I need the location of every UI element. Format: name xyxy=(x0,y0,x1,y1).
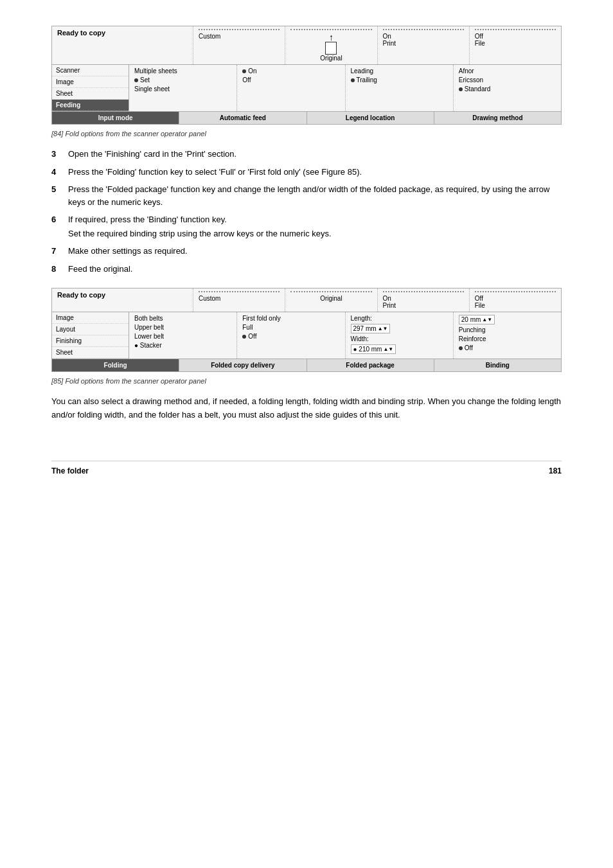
step-5: 5 Press the 'Folded package' function ke… xyxy=(51,183,562,208)
custom-label-85: Custom xyxy=(199,295,220,302)
col3-85-length-val: 297 mm ▲▼ xyxy=(351,324,448,333)
steps-list: 3 Open the 'Finishing' card in the 'Prin… xyxy=(51,148,562,275)
tab-legend-location[interactable]: Legend location xyxy=(307,112,434,124)
panel-84-sidebar: Scanner Image Sheet Feeding xyxy=(52,65,129,111)
tab85-binding[interactable]: Binding xyxy=(434,359,561,371)
sidebar-scanner[interactable]: Scanner xyxy=(52,65,129,76)
col2-85-full: Full xyxy=(242,324,339,331)
panel-85-col4: 20 mm ▲▼ Punching Reinforce Off xyxy=(454,312,561,359)
col3-item2: Trailing xyxy=(351,76,448,84)
step-3: 3 Open the 'Finishing' card in the 'Prin… xyxy=(51,148,562,161)
footer-right: 181 xyxy=(549,466,562,475)
panel-84-col3: Leading Trailing xyxy=(346,65,454,111)
original-label-85: Original xyxy=(320,295,342,302)
col4-item3: Standard xyxy=(459,85,556,93)
panel-84-title: Ready to copy xyxy=(52,26,193,64)
sidebar-feeding[interactable]: Feeding xyxy=(52,100,129,111)
col1-85-item2: Upper belt xyxy=(134,324,231,331)
tab85-folded-copy[interactable]: Folded copy delivery xyxy=(179,359,306,371)
panel-84-top-sec2: ↑ Original xyxy=(285,26,377,64)
panel-85-sidebar: Image Layout Finishing Sheet xyxy=(52,312,129,359)
panel-85-title: Ready to copy xyxy=(52,288,193,312)
panel-84-top-sec3: On Print xyxy=(378,26,470,64)
col1-85-item4: ● Stacker xyxy=(134,342,231,349)
col1-85-item3: Lower belt xyxy=(134,333,231,340)
sidebar-image[interactable]: Image xyxy=(52,76,129,88)
col3-item1: Leading xyxy=(351,67,448,75)
tab-automatic-feed[interactable]: Automatic feed xyxy=(179,112,306,124)
panel-84-col4: Afnor Ericsson Standard xyxy=(454,65,561,111)
sidebar85-layout[interactable]: Layout xyxy=(52,324,129,335)
col2-85-label: First fold only xyxy=(242,315,339,322)
sidebar85-finishing[interactable]: Finishing xyxy=(52,335,129,347)
col4-85-item2: Punching xyxy=(459,326,556,333)
page-content: Ready to copy Custom ↑ Original On Print xyxy=(51,26,562,475)
col1-item1: Multiple sheets xyxy=(134,67,231,75)
figure-84-caption: [84] Fold options from the scanner opera… xyxy=(51,130,562,137)
panel-85-top-sec2: Original xyxy=(285,288,377,312)
panel-85-body: Image Layout Finishing Sheet Both belts … xyxy=(52,312,561,359)
col2-item1: On xyxy=(242,67,339,75)
col4-85-item3: Reinforce xyxy=(459,335,556,342)
tab85-folded-package[interactable]: Folded package xyxy=(307,359,434,371)
mm-spinbox[interactable]: 20 mm ▲▼ xyxy=(459,315,495,324)
step-6: 6 If required, press the 'Binding' funct… xyxy=(51,213,562,240)
panel-84-top-bar: Ready to copy Custom ↑ Original On Print xyxy=(52,26,561,65)
step-4: 4 Press the 'Folding' function key to se… xyxy=(51,166,562,179)
panel-85-top-sec1: Custom xyxy=(193,288,285,312)
panel-85-col1: Both belts Upper belt Lower belt ● Stack… xyxy=(129,312,237,359)
panel-84-col1: Multiple sheets Set Single sheet xyxy=(129,65,237,111)
col3-85-width-val: ● 210 mm ▲▼ xyxy=(351,344,448,354)
body-paragraph: You can also select a drawing method and… xyxy=(51,395,562,422)
panel-84-tabs: Input mode Automatic feed Legend locatio… xyxy=(52,111,561,124)
panel-85-top-bar: Ready to copy Custom Original On Print O… xyxy=(52,288,561,312)
panel-84-top-sec4: Off File xyxy=(470,26,561,64)
tab85-folding[interactable]: Folding xyxy=(52,359,179,371)
figure-85-panel: Ready to copy Custom Original On Print O… xyxy=(51,288,562,372)
custom-label-84: Custom xyxy=(199,33,220,40)
col2-item2: Off xyxy=(242,76,339,84)
figure-85-caption: [85] Fold options from the scanner opera… xyxy=(51,377,562,385)
col3-85-length-label: Length: xyxy=(351,315,448,322)
panel-85-col3: Length: 297 mm ▲▼ Width: ● 210 mm ▲▼ xyxy=(346,312,454,359)
original-icon-85: Original xyxy=(290,295,371,302)
width-spinbox[interactable]: ● 210 mm ▲▼ xyxy=(351,344,396,354)
panel-85-tabs: Folding Folded copy delivery Folded pack… xyxy=(52,359,561,371)
length-spinbox[interactable]: 297 mm ▲▼ xyxy=(351,324,391,333)
sidebar85-sheet[interactable]: Sheet xyxy=(52,347,129,359)
col1-item2: Set xyxy=(134,76,231,84)
panel-85-top-sec4: Off File xyxy=(470,288,561,312)
col4-item1: Afnor xyxy=(459,67,556,75)
step-7: 7 Make other settings as required. xyxy=(51,245,562,258)
col4-item2: Ericsson xyxy=(459,76,556,84)
panel-85-top-sec3: On Print xyxy=(378,288,470,312)
col1-item3: Single sheet xyxy=(134,85,231,93)
panel-85-col2: First fold only Full Off xyxy=(237,312,345,359)
panel-84-body: Scanner Image Sheet Feeding Multiple she… xyxy=(52,65,561,111)
col1-85-item1: Both belts xyxy=(134,315,231,322)
sidebar85-image[interactable]: Image xyxy=(52,312,129,324)
page-footer: The folder 181 xyxy=(51,461,562,475)
original-icon-84: ↑ Original xyxy=(290,33,371,62)
tab-input-mode[interactable]: Input mode xyxy=(52,112,179,124)
col2-85-off: Off xyxy=(242,333,339,340)
col4-85-item1: 20 mm ▲▼ xyxy=(459,315,556,324)
figure-84-panel: Ready to copy Custom ↑ Original On Print xyxy=(51,26,562,125)
col4-85-item4: Off xyxy=(459,344,556,351)
tab-drawing-method[interactable]: Drawing method xyxy=(434,112,561,124)
col3-85-width-label: Width: xyxy=(351,335,448,342)
footer-left: The folder xyxy=(51,466,89,475)
panel-84-col2: On Off xyxy=(237,65,345,111)
sidebar-sheet[interactable]: Sheet xyxy=(52,88,129,100)
panel-84-top-sec1: Custom xyxy=(193,26,285,64)
step-8: 8 Feed the original. xyxy=(51,263,562,276)
original-label-84: Original xyxy=(320,55,342,62)
